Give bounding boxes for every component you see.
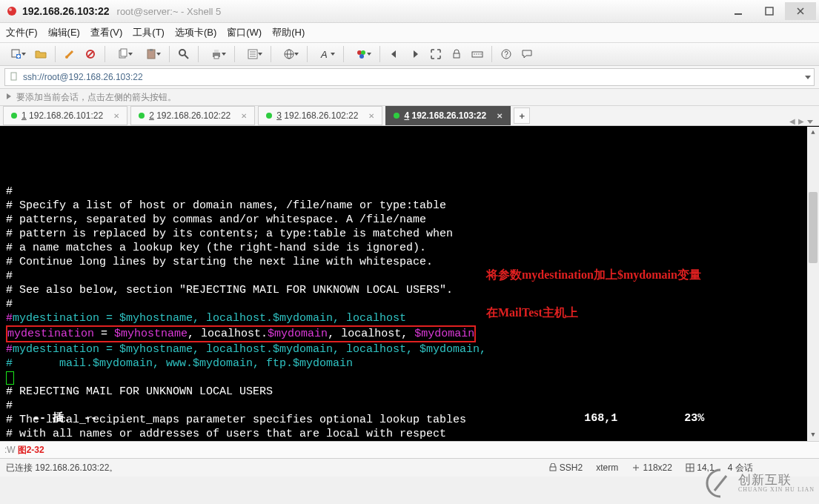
reconnect-icon[interactable] bbox=[62, 46, 78, 62]
resize-icon bbox=[631, 462, 640, 473]
terminal-line: # pattern is replaced by its contents; a… bbox=[6, 227, 813, 241]
toolbar-separator bbox=[169, 46, 170, 62]
properties-icon[interactable] bbox=[241, 46, 265, 62]
tab-scroll-left-icon[interactable]: ◀ bbox=[789, 117, 795, 125]
copy-icon[interactable] bbox=[111, 46, 135, 62]
menu-tools[interactable]: 工具(T) bbox=[133, 26, 165, 39]
toolbar-separator bbox=[379, 46, 380, 62]
minimize-button[interactable] bbox=[723, 2, 754, 20]
maximize-button[interactable] bbox=[754, 2, 785, 20]
print-icon[interactable] bbox=[205, 46, 228, 62]
svg-rect-16 bbox=[150, 49, 153, 51]
new-tab-button[interactable]: + bbox=[514, 107, 530, 124]
menu-tab[interactable]: 选项卡(B) bbox=[175, 26, 216, 39]
terminal-line bbox=[6, 371, 813, 385]
status-protocol: SSH2 bbox=[548, 462, 583, 473]
status-bar: 已连接 192.168.26.103:22。 SSH2 xterm 118x22… bbox=[0, 458, 819, 477]
terminal-line: # Specify a list of host or domain names… bbox=[6, 199, 813, 213]
tab-label: 192.168.26.102:22 bbox=[156, 110, 231, 121]
help-icon[interactable]: ? bbox=[498, 46, 514, 62]
menu-help[interactable]: 帮助(H) bbox=[272, 26, 305, 39]
tab-number: 3 bbox=[276, 110, 282, 121]
terminal-line: # mail.$mydomain, www.$mydomain, ftp.$my… bbox=[6, 357, 813, 371]
watermark-cn: 创新互联 bbox=[738, 474, 815, 487]
chat-icon[interactable] bbox=[519, 46, 535, 62]
figure-caption: 图2-32 bbox=[18, 444, 44, 457]
vi-mode: -- 插. -- 168,1 23% bbox=[33, 412, 704, 425]
status-term: xterm bbox=[596, 462, 618, 473]
keyboard-icon[interactable] bbox=[469, 46, 485, 62]
status-connected: 已连接 192.168.26.103:22。 bbox=[6, 462, 118, 474]
color-scheme-icon[interactable] bbox=[350, 46, 374, 62]
address-text: ssh://root@192.168.26.103:22 bbox=[23, 72, 143, 82]
tab-label: 192.168.26.102:22 bbox=[284, 110, 358, 121]
close-button[interactable] bbox=[785, 2, 816, 20]
hint-bar: 要添加当前会话，点击左侧的箭头按钮。 bbox=[0, 89, 819, 106]
svg-rect-45 bbox=[550, 467, 556, 471]
tab-label: 192.168.26.103:22 bbox=[411, 110, 486, 121]
tab-1[interactable]: 1 192.168.26.101:22 ✕ bbox=[3, 106, 127, 125]
status-dot-icon bbox=[394, 113, 399, 119]
svg-point-38 bbox=[476, 53, 477, 54]
tab-number: 2 bbox=[149, 110, 154, 121]
cursor bbox=[6, 371, 14, 385]
svg-rect-3 bbox=[766, 7, 773, 15]
terminal-line: # See also below, section "REJECTING MAI… bbox=[6, 283, 813, 297]
toolbar-separator bbox=[343, 46, 344, 62]
search-icon[interactable] bbox=[176, 46, 192, 62]
svg-rect-14 bbox=[121, 49, 127, 56]
disconnect-icon[interactable] bbox=[82, 46, 99, 62]
svg-rect-20 bbox=[214, 50, 219, 53]
nav-back-icon[interactable] bbox=[386, 46, 402, 62]
nav-forward-icon[interactable] bbox=[407, 46, 423, 62]
svg-point-39 bbox=[478, 53, 479, 54]
lock-small-icon bbox=[548, 462, 557, 473]
title-bar: 192.168.26.103:22 root@server:~ - Xshell… bbox=[0, 0, 819, 23]
terminal-line: #mydestination = $myhostname, localhost.… bbox=[6, 311, 813, 325]
toolbar-separator bbox=[55, 46, 56, 62]
open-folder-icon[interactable] bbox=[33, 46, 49, 62]
svg-rect-21 bbox=[214, 56, 219, 59]
scroll-up-icon[interactable]: ▲ bbox=[807, 127, 819, 139]
tab-2[interactable]: 2 192.168.26.102:22 ✕ bbox=[130, 106, 255, 125]
tab-strip: 1 192.168.26.101:22 ✕ 2 192.168.26.102:2… bbox=[0, 106, 819, 126]
globe-icon[interactable] bbox=[277, 46, 301, 62]
svg-point-40 bbox=[480, 53, 481, 54]
window-title-main: 192.168.26.103:22 bbox=[22, 5, 110, 17]
tab-close-icon[interactable]: ✕ bbox=[368, 112, 374, 120]
lock-icon[interactable] bbox=[448, 46, 465, 62]
tab-3[interactable]: 3 192.168.26.102:22 ✕ bbox=[258, 106, 382, 125]
tab-close-icon[interactable]: ✕ bbox=[497, 112, 503, 120]
window-title-sub: root@server:~ - Xshell 5 bbox=[117, 6, 222, 17]
tab-number: 1 bbox=[21, 110, 27, 121]
svg-marker-44 bbox=[7, 93, 11, 99]
hint-text: 要添加当前会话，点击左侧的箭头按钮。 bbox=[16, 91, 176, 104]
font-icon[interactable]: A bbox=[314, 46, 337, 62]
new-session-icon[interactable] bbox=[4, 46, 28, 62]
menu-window[interactable]: 窗口(W) bbox=[227, 26, 262, 39]
menu-bar: 文件(F) 编辑(E) 查看(V) 工具(T) 选项卡(B) 窗口(W) 帮助(… bbox=[0, 23, 819, 43]
terminal-line: mydestination = $myhostname, localhost.$… bbox=[6, 325, 813, 342]
scrollbar-thumb[interactable] bbox=[809, 192, 818, 263]
tab-number: 4 bbox=[404, 110, 409, 121]
fullscreen-icon[interactable] bbox=[428, 46, 444, 62]
svg-point-1 bbox=[9, 8, 12, 11]
tab-4[interactable]: 4 192.168.26.103:22 ✕ bbox=[385, 106, 511, 125]
input-prefix[interactable]: :W bbox=[4, 445, 16, 455]
scrollbar[interactable]: ▲ ▼ bbox=[807, 127, 819, 441]
paste-icon[interactable] bbox=[139, 46, 163, 62]
terminal-line: # bbox=[6, 185, 813, 199]
add-session-arrow-icon[interactable] bbox=[4, 92, 13, 103]
terminal-pane[interactable]: ▲ ▼ ## Specify a list of host or domain … bbox=[0, 126, 819, 441]
tab-close-icon[interactable]: ✕ bbox=[113, 112, 119, 120]
menu-edit[interactable]: 编辑(E) bbox=[48, 26, 80, 39]
chevron-down-icon[interactable] bbox=[805, 76, 811, 79]
tab-list-dropdown-icon[interactable] bbox=[807, 120, 813, 125]
menu-file[interactable]: 文件(F) bbox=[6, 26, 38, 39]
tab-close-icon[interactable]: ✕ bbox=[241, 112, 247, 120]
svg-point-32 bbox=[359, 54, 364, 59]
menu-view[interactable]: 查看(V) bbox=[90, 26, 122, 39]
tab-scroll-right-icon[interactable]: ▶ bbox=[798, 117, 804, 125]
address-field[interactable]: ssh://root@192.168.26.103:22 bbox=[4, 68, 815, 86]
toolbar-separator bbox=[105, 46, 105, 62]
